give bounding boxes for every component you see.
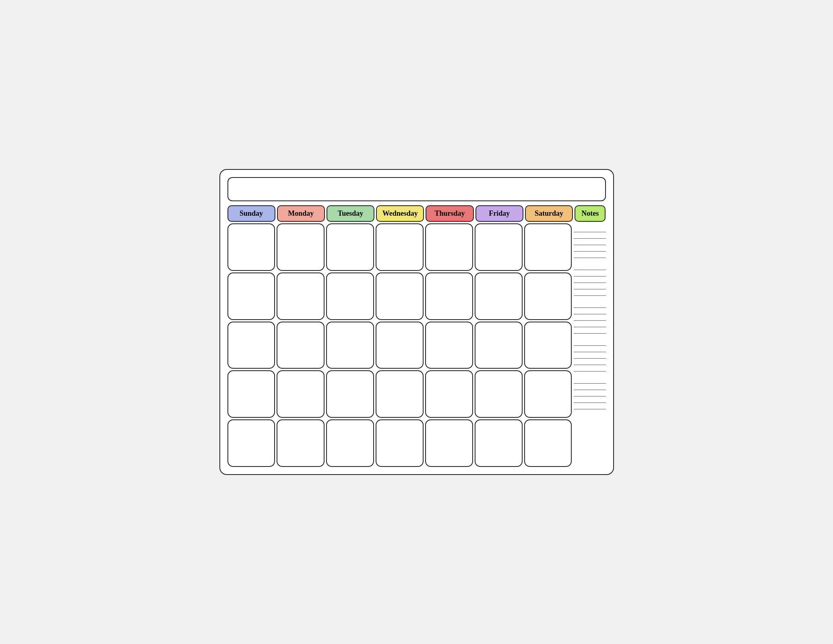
notes-group xyxy=(574,227,606,258)
day-cell[interactable] xyxy=(227,272,275,320)
note-line[interactable] xyxy=(574,309,606,314)
day-cell[interactable] xyxy=(277,370,325,418)
header-row: Sunday Monday Tuesday Wednesday Thursday… xyxy=(227,205,606,222)
day-cell[interactable] xyxy=(425,419,473,467)
day-cell[interactable] xyxy=(227,419,275,467)
note-line[interactable] xyxy=(574,359,606,365)
notes-group xyxy=(574,264,606,296)
notes-group xyxy=(574,302,606,334)
days-grid xyxy=(227,223,572,467)
header-wednesday: Wednesday xyxy=(376,205,424,222)
note-line[interactable] xyxy=(574,227,606,232)
day-cell[interactable] xyxy=(326,419,374,467)
day-cell[interactable] xyxy=(425,223,473,271)
note-line[interactable] xyxy=(574,353,606,359)
day-cell[interactable] xyxy=(475,419,523,467)
day-cell[interactable] xyxy=(475,370,523,418)
day-cell[interactable] xyxy=(227,370,275,418)
note-line[interactable] xyxy=(574,252,606,258)
calendar-container: Sunday Monday Tuesday Wednesday Thursday… xyxy=(219,169,614,475)
day-cell[interactable] xyxy=(475,223,523,271)
note-line[interactable] xyxy=(574,322,606,327)
day-cell[interactable] xyxy=(227,322,275,369)
header-thursday: Thursday xyxy=(426,205,473,222)
day-cell[interactable] xyxy=(376,223,424,271)
day-cell[interactable] xyxy=(277,272,325,320)
title-bar[interactable] xyxy=(227,177,606,201)
header-saturday: Saturday xyxy=(525,205,573,222)
note-line[interactable] xyxy=(574,384,606,390)
header-tuesday: Tuesday xyxy=(327,205,374,222)
day-cell[interactable] xyxy=(277,419,325,467)
day-cell[interactable] xyxy=(326,370,374,418)
note-line[interactable] xyxy=(574,397,606,403)
day-cell[interactable] xyxy=(475,272,523,320)
day-cell[interactable] xyxy=(326,272,374,320)
day-cell[interactable] xyxy=(524,223,572,271)
day-cell[interactable] xyxy=(227,223,275,271)
note-line[interactable] xyxy=(574,284,606,289)
day-cell[interactable] xyxy=(376,272,424,320)
note-line[interactable] xyxy=(574,246,606,252)
day-cell[interactable] xyxy=(376,322,424,369)
header-friday: Friday xyxy=(475,205,523,222)
note-line[interactable] xyxy=(574,378,606,384)
note-line[interactable] xyxy=(574,315,606,321)
day-cell[interactable] xyxy=(277,322,325,369)
note-line[interactable] xyxy=(574,366,606,372)
day-cell[interactable] xyxy=(524,272,572,320)
day-cell[interactable] xyxy=(326,223,374,271)
day-cell[interactable] xyxy=(277,223,325,271)
day-cell[interactable] xyxy=(425,370,473,418)
day-cell[interactable] xyxy=(425,322,473,369)
body-section xyxy=(227,223,606,467)
notes-group xyxy=(574,378,606,409)
day-cell[interactable] xyxy=(376,419,424,467)
note-line[interactable] xyxy=(574,347,606,352)
day-cell[interactable] xyxy=(524,370,572,418)
header-sunday: Sunday xyxy=(227,205,275,222)
notes-group xyxy=(574,340,606,372)
day-cell[interactable] xyxy=(524,419,572,467)
note-line[interactable] xyxy=(574,239,606,245)
header-notes: Notes xyxy=(575,205,606,222)
calendar-grid: Sunday Monday Tuesday Wednesday Thursday… xyxy=(227,205,606,467)
day-cell[interactable] xyxy=(475,322,523,369)
day-cell[interactable] xyxy=(376,370,424,418)
note-line[interactable] xyxy=(574,277,606,283)
day-cell[interactable] xyxy=(524,322,572,369)
note-line[interactable] xyxy=(574,290,606,296)
note-line[interactable] xyxy=(574,233,606,239)
note-line[interactable] xyxy=(574,340,606,346)
note-line[interactable] xyxy=(574,302,606,308)
note-line[interactable] xyxy=(574,328,606,334)
day-cell[interactable] xyxy=(425,272,473,320)
note-line[interactable] xyxy=(574,404,606,409)
note-line[interactable] xyxy=(574,264,606,270)
note-line[interactable] xyxy=(574,271,606,277)
header-monday: Monday xyxy=(277,205,325,222)
note-line[interactable] xyxy=(574,391,606,396)
notes-section xyxy=(574,223,606,467)
day-cell[interactable] xyxy=(326,322,374,369)
